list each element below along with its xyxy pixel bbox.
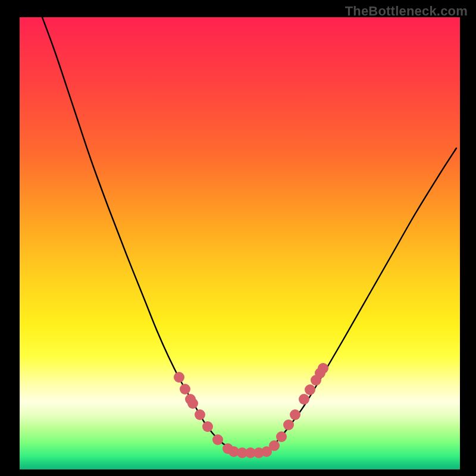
- chart-svg: [20, 17, 460, 469]
- marker-dot: [299, 394, 309, 405]
- marker-dot: [174, 372, 184, 383]
- marker-dot: [180, 384, 190, 394]
- curve-right-curve: [270, 148, 456, 449]
- marker-dot: [187, 398, 198, 409]
- marker-dot: [305, 384, 315, 395]
- marker-dot: [318, 363, 328, 374]
- chart-container: TheBottleneck.com: [0, 0, 476, 476]
- watermark-label: TheBottleneck.com: [345, 4, 468, 19]
- plot-area: [20, 17, 460, 469]
- marker-dot: [195, 409, 205, 420]
- marker-dot: [212, 434, 223, 445]
- marker-dot: [269, 440, 280, 451]
- marker-dot: [202, 421, 213, 432]
- marker-dot: [283, 419, 294, 430]
- marker-dot: [276, 431, 287, 442]
- curve-group: [42, 17, 456, 452]
- marker-group: [174, 363, 328, 458]
- marker-dot: [290, 409, 300, 420]
- curve-left-curve: [42, 17, 231, 449]
